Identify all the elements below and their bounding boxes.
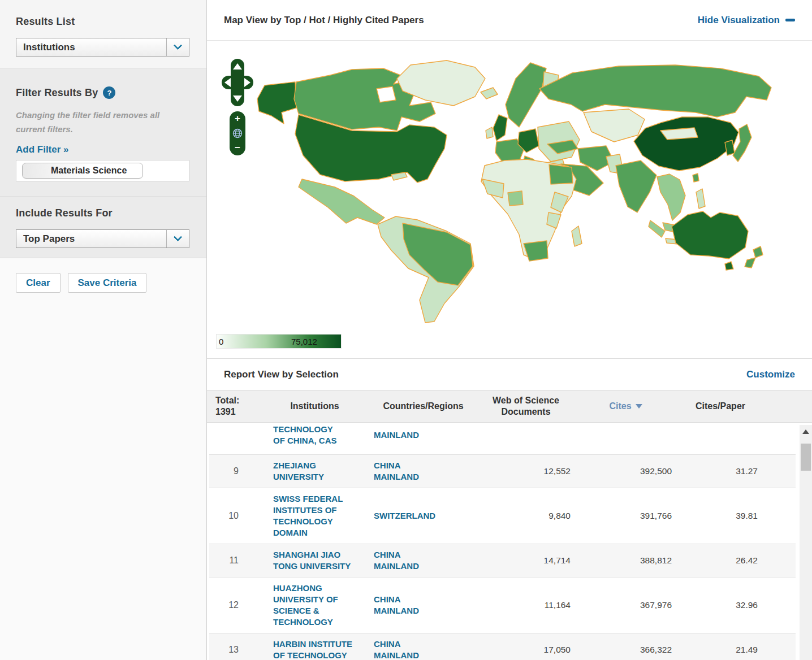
country-uk — [493, 115, 507, 141]
choropleth-map-svg[interactable] — [209, 45, 809, 327]
institution-link[interactable]: HARBIN INSTITUTE OF TECHNOLOGY — [273, 639, 361, 660]
column-header-countries[interactable]: Countries/Regions — [374, 401, 473, 412]
institution-cell: HUAZHONG UNIVERSITY OF SCIENCE & TECHNOL… — [256, 583, 374, 628]
institution-link[interactable]: SHANGHAI JIAO TONG UNIVERSITY — [273, 549, 361, 572]
legend-min-value: 0 — [219, 337, 223, 346]
cites-cell: 388,812 — [579, 555, 672, 566]
institution-link[interactable]: HUAZHONG UNIVERSITY OF SCIENCE & TECHNOL… — [273, 583, 361, 628]
include-results-dropdown[interactable]: Top Papers — [16, 229, 189, 248]
pan-down-icon[interactable] — [233, 95, 242, 102]
table-scrollbar[interactable] — [800, 425, 812, 660]
table-row: 10 SWISS FEDERAL INSTITUTES OF TECHNOLOG… — [209, 488, 796, 544]
rank-cell: 11 — [209, 555, 256, 566]
country-south-africa — [524, 241, 548, 261]
rank-cell: 10 — [209, 511, 256, 521]
island-tasmania — [725, 262, 733, 270]
filter-heading: Filter Results By — [16, 87, 98, 99]
institution-cell: HARBIN INSTITUTE OF TECHNOLOGY — [256, 639, 374, 660]
docs-cell: 12,552 — [473, 466, 579, 476]
results-list-section: Results List Institutions — [0, 0, 206, 68]
hide-visualization-link[interactable]: Hide Visualization — [698, 15, 795, 26]
zoom-out-button[interactable]: − — [235, 143, 240, 153]
cites-per-paper-cell: 32.96 — [672, 600, 768, 610]
pan-right-icon[interactable] — [244, 78, 250, 87]
institution-link[interactable]: TECHNOLOGYOF CHINA, CAS — [273, 424, 361, 446]
southeast-asia — [657, 174, 685, 220]
rank-cell: 12 — [209, 600, 256, 610]
table-row: 9 ZHEJIANG UNIVERSITY CHINA MAINLAND 12,… — [209, 455, 796, 488]
criteria-buttons-section: Clear Save Criteria — [0, 258, 206, 293]
legend-max-value: 75,012 — [291, 337, 317, 346]
save-criteria-button[interactable]: Save Criteria — [68, 273, 147, 293]
active-filters-box: Materials Science — [16, 160, 189, 181]
country-link[interactable]: CHINA MAINLAND — [374, 639, 447, 660]
country-link[interactable]: CHINA MAINLAND — [374, 549, 447, 572]
customize-link[interactable]: Customize — [746, 369, 795, 380]
results-list-dropdown[interactable]: Institutions — [16, 38, 189, 57]
cites-cell: 392,500 — [579, 466, 672, 476]
map-pan-control[interactable] — [222, 59, 253, 106]
pan-up-icon[interactable] — [233, 63, 242, 70]
dropdown-chevron-button[interactable] — [166, 230, 189, 248]
globe-icon[interactable] — [232, 128, 243, 138]
chevron-down-icon — [174, 233, 183, 242]
include-results-selected-value: Top Papers — [16, 233, 166, 245]
country-link[interactable]: MAINLAND — [374, 429, 447, 441]
country-india — [616, 160, 656, 212]
country-alaska — [257, 82, 296, 124]
results-list-selected-value: Institutions — [16, 42, 166, 53]
country-australia — [672, 211, 748, 259]
country-mexico — [299, 179, 385, 224]
cites-per-paper-cell: 31.27 — [672, 466, 768, 476]
country-cell: SWITZERLAND — [374, 510, 473, 522]
column-header-wos-documents[interactable]: Web of Science Documents — [473, 395, 579, 418]
dropdown-chevron-button[interactable] — [166, 38, 189, 56]
column-header-institutions[interactable]: Institutions — [256, 401, 374, 412]
docs-cell: 14,714 — [473, 555, 579, 566]
scrollbar-thumb[interactable] — [801, 444, 811, 471]
filter-tag-materials-science[interactable]: Materials Science — [22, 163, 143, 179]
institution-link[interactable]: ZHEJIANG UNIVERSITY — [273, 460, 361, 483]
filter-note: Changing the filter field removes all cu… — [16, 108, 183, 136]
country-cell: MAINLAND — [374, 429, 473, 441]
institution-link[interactable]: SWISS FEDERAL INSTITUTES OF TECHNOLOGY D… — [273, 493, 361, 539]
main-panel: Map View by Top / Hot / Highly Cited Pap… — [207, 0, 812, 660]
scrollbar-up-button[interactable] — [800, 425, 812, 438]
country-link[interactable]: CHINA MAINLAND — [374, 460, 447, 483]
country-cell: CHINA MAINLAND — [374, 549, 473, 572]
total-count: Total: 1391 — [209, 395, 256, 418]
column-header-cites-sorted[interactable]: Cites — [579, 401, 672, 412]
cites-cell: 367,976 — [579, 600, 672, 610]
include-results-section: Include Results For Top Papers — [0, 197, 206, 258]
country-russia — [539, 65, 771, 117]
table-row: 11 SHANGHAI JIAO TONG UNIVERSITY CHINA M… — [209, 544, 796, 578]
country-cell: CHINA MAINLAND — [374, 460, 473, 483]
add-filter-link[interactable]: Add Filter » — [16, 144, 69, 155]
include-results-heading: Include Results For — [16, 207, 191, 219]
minus-icon — [785, 19, 795, 21]
cites-per-paper-cell: 26.42 — [672, 555, 768, 566]
table-row: 13 HARBIN INSTITUTE OF TECHNOLOGY CHINA … — [209, 633, 796, 660]
clear-button[interactable]: Clear — [16, 273, 61, 293]
country-link[interactable]: CHINA MAINLAND — [374, 594, 447, 616]
rank-cell: 13 — [209, 645, 256, 655]
pan-left-icon[interactable] — [224, 78, 231, 87]
institution-cell: SWISS FEDERAL INSTITUTES OF TECHNOLOGY D… — [256, 493, 374, 539]
help-icon[interactable]: ? — [103, 86, 115, 99]
institution-cell: TECHNOLOGYOF CHINA, CAS — [256, 424, 374, 446]
report-view-title: Report View by Selection — [224, 369, 339, 380]
country-philippines — [696, 189, 705, 209]
map-zoom-control[interactable]: + − — [230, 111, 245, 155]
table-header: Total: 1391 Institutions Countries/Regio… — [207, 390, 812, 423]
sidebar: Results List Institutions Filter Results… — [0, 0, 207, 660]
column-header-cites-per-paper[interactable]: Cites/Paper — [672, 401, 768, 412]
country-china — [634, 117, 738, 171]
table-scroll-viewport[interactable]: TECHNOLOGYOF CHINA, CAS MAINLAND 9 ZHEJI… — [207, 423, 796, 660]
country-egypt — [549, 164, 573, 184]
country-iceland — [481, 88, 498, 99]
filter-section: Filter Results By ? Changing the filter … — [0, 68, 206, 197]
cites-per-paper-cell: 39.81 — [672, 511, 768, 521]
zoom-in-button[interactable]: + — [235, 114, 240, 124]
country-link[interactable]: SWITZERLAND — [374, 510, 447, 522]
docs-cell: 9,840 — [473, 511, 579, 521]
